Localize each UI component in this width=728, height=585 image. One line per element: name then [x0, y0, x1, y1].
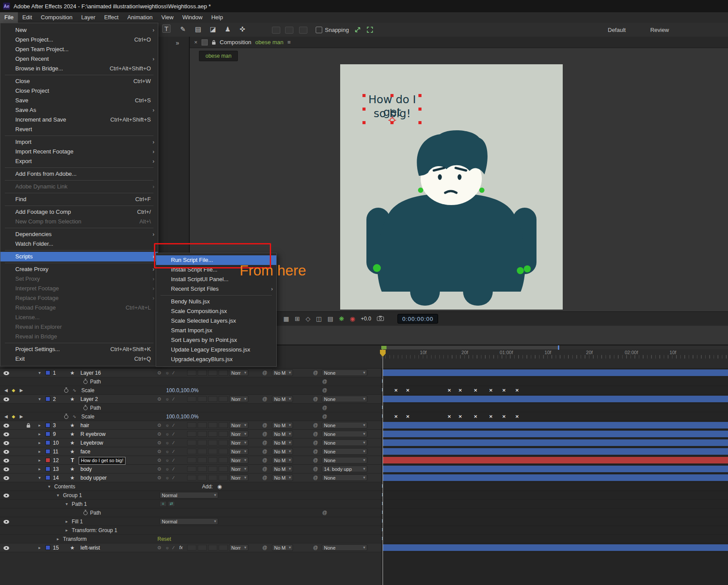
- file-menu-item-close[interactable]: CloseCtrl+W: [0, 77, 158, 86]
- parent-select[interactable]: None▼: [322, 544, 367, 551]
- next-keyframe-icon[interactable]: ▶: [20, 388, 23, 393]
- selection-handle[interactable]: [418, 94, 421, 97]
- track-matte-select[interactable]: No M▼: [272, 457, 293, 463]
- file-menu-item-add-fonts-from-adobe[interactable]: Add Fonts from Adobe...: [0, 169, 158, 179]
- layer-duration-bar[interactable]: [383, 396, 728, 402]
- switch-cell[interactable]: [208, 475, 217, 481]
- visibility-eye-icon[interactable]: [3, 441, 9, 445]
- track-matte-select[interactable]: No M▼: [272, 431, 293, 437]
- track-matte-select[interactable]: No M▼: [272, 474, 293, 481]
- scripts-menu-item-scale-composition-jsx[interactable]: Scale Composition.jsx: [156, 306, 276, 316]
- menubar-item-edit[interactable]: Edit: [18, 12, 36, 23]
- visibility-eye-icon[interactable]: [3, 459, 9, 463]
- file-menu-item-replace-footage[interactable]: Replace Footage›: [0, 293, 158, 303]
- shy-switch-icon[interactable]: ⊙: [157, 458, 161, 463]
- keyframe-icon[interactable]: ×: [489, 414, 493, 419]
- switch-cell[interactable]: [219, 545, 228, 550]
- menubar-item-window[interactable]: Window: [178, 12, 207, 23]
- switch-cell[interactable]: [219, 396, 228, 402]
- keyframe-icon[interactable]: ×: [502, 387, 506, 393]
- file-menu-item-open-team-project[interactable]: Open Team Project...: [0, 45, 158, 54]
- switch-cell[interactable]: [208, 440, 217, 446]
- switch-cell[interactable]: [208, 466, 217, 472]
- file-menu-item-increment-and-save[interactable]: Increment and SaveCtrl+Alt+Shift+S: [0, 115, 158, 125]
- layer-duration-bar[interactable]: [383, 474, 728, 481]
- file-menu-item-reveal-in-explorer[interactable]: Reveal in Explorer: [0, 322, 158, 332]
- group-name[interactable]: Transform: [63, 536, 87, 542]
- file-menu-item-license[interactable]: License...: [0, 313, 158, 322]
- group-row[interactable]: ▸Fill 1Normal▼: [0, 517, 381, 526]
- blend-mode-select[interactable]: Norr▼: [229, 457, 248, 463]
- quality-switch-icon[interactable]: ∕: [173, 475, 174, 480]
- file-menu-item-reveal-in-bridge[interactable]: Reveal in Bridge: [0, 332, 158, 341]
- switch-cell[interactable]: [198, 431, 207, 437]
- selection-handle[interactable]: [362, 108, 366, 111]
- timecode-display[interactable]: 0:00:00:00: [397, 314, 438, 324]
- roto-brush-tool-icon[interactable]: ♟: [225, 25, 230, 33]
- scripts-menu-item-sort-layers-by-in-point-jsx[interactable]: Sort Layers by In Point.jsx: [156, 335, 276, 345]
- pickwhip-icon[interactable]: @: [313, 440, 318, 445]
- collapse-switch-icon[interactable]: ☼: [165, 467, 169, 471]
- switch-cell[interactable]: [187, 370, 196, 376]
- collapse-switch-icon[interactable]: ☼: [165, 475, 169, 480]
- quality-switch-icon[interactable]: ∕: [173, 545, 174, 550]
- expand-chevron-icon[interactable]: ▸: [38, 432, 41, 436]
- layer-row[interactable]: ▸9★R eyebrow⊙☼∕Norr▼@No M▼@None▼: [0, 430, 381, 439]
- workspace-default[interactable]: Default: [608, 27, 626, 33]
- layer-row[interactable]: ▾2★Layer 2⊙☼∕Norr▼@No M▼@None▼: [0, 395, 381, 404]
- pickwhip-icon[interactable]: @: [262, 545, 267, 550]
- group-name[interactable]: Contents: [54, 484, 75, 490]
- property-value[interactable]: 100.0,100.0%: [166, 414, 199, 420]
- switch-cell[interactable]: [198, 466, 207, 472]
- quality-switch-icon[interactable]: ∕: [173, 440, 174, 445]
- pickwhip-icon[interactable]: @: [322, 405, 327, 410]
- pickwhip-icon[interactable]: @: [313, 475, 318, 480]
- keyframe-icon[interactable]: ×: [447, 414, 451, 419]
- pickwhip-icon[interactable]: @: [262, 466, 267, 471]
- selection-handle[interactable]: [362, 121, 366, 124]
- switch-cell[interactable]: [187, 457, 196, 463]
- keyframe-icon[interactable]: ×: [458, 387, 462, 393]
- keyframe-icon[interactable]: ×: [447, 387, 451, 393]
- expand-chevron-icon[interactable]: ▸: [57, 536, 59, 541]
- blend-mode-select[interactable]: Norr▼: [229, 474, 248, 481]
- layer-duration-bar[interactable]: [383, 439, 728, 446]
- text-tool-icon[interactable]: T: [162, 24, 171, 33]
- quality-switch-icon[interactable]: ∕: [173, 397, 174, 401]
- timeline-track-row[interactable]: [381, 421, 728, 430]
- brush-tool-icon[interactable]: ✎: [180, 25, 186, 33]
- expand-chevron-icon[interactable]: ▸: [38, 423, 41, 428]
- switch-cell[interactable]: [208, 545, 217, 550]
- timeline-track-row[interactable]: I: [381, 535, 728, 543]
- property-name[interactable]: Scale: [81, 414, 94, 420]
- pickwhip-icon[interactable]: @: [262, 370, 267, 375]
- layer-name[interactable]: Leyebrow: [80, 440, 103, 446]
- switch-cell[interactable]: [208, 396, 217, 402]
- collapse-switch-icon[interactable]: ☼: [165, 545, 169, 550]
- current-time-indicator-line[interactable]: [383, 349, 383, 585]
- blend-mode-select[interactable]: Normal▼: [160, 492, 218, 498]
- group-row[interactable]: ▸Transform: Group 1: [0, 526, 381, 535]
- timeline-track-row[interactable]: I: [381, 500, 728, 508]
- collapse-switch-icon[interactable]: ☼: [165, 397, 169, 401]
- layer-name[interactable]: Layer 16: [80, 370, 101, 376]
- file-menu-item-find[interactable]: FindCtrl+F: [0, 195, 158, 204]
- group-name[interactable]: Path 1: [72, 501, 87, 507]
- property-row[interactable]: Path@: [0, 508, 381, 517]
- switch-cell[interactable]: [198, 422, 207, 428]
- property-row[interactable]: Path@: [0, 377, 381, 386]
- selection-handle[interactable]: [418, 121, 421, 124]
- keyframe-diamond-icon[interactable]: ◆: [12, 388, 15, 393]
- pickwhip-icon[interactable]: @: [313, 370, 318, 375]
- timeline-track-row[interactable]: I: [381, 377, 728, 386]
- visibility-eye-icon[interactable]: [3, 397, 9, 401]
- menubar-item-effect[interactable]: Effect: [100, 12, 123, 23]
- shy-switch-icon[interactable]: ⊙: [157, 475, 161, 480]
- shy-switch-icon[interactable]: ⊙: [157, 432, 161, 436]
- track-matte-select[interactable]: No M▼: [272, 439, 293, 446]
- visibility-eye-icon[interactable]: [3, 520, 9, 524]
- pickwhip-icon[interactable]: @: [262, 440, 267, 445]
- file-menu-item-project-settings[interactable]: Project Settings...Ctrl+Alt+Shift+K: [0, 345, 158, 354]
- file-menu-item-close-project[interactable]: Close Project: [0, 86, 158, 96]
- region-of-interest-icon[interactable]: ⊞: [295, 315, 300, 322]
